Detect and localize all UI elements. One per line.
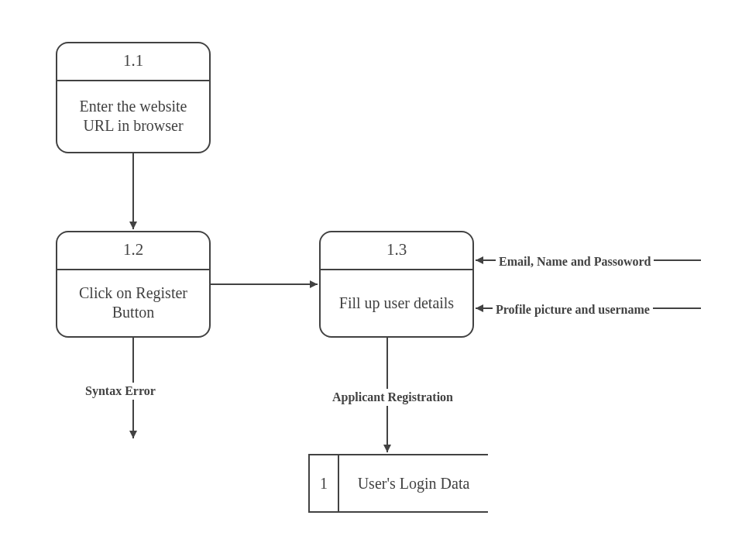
process-node-id: 1.2 [57,232,209,270]
diagram-canvas: 1.1 Enter the website URL in browser 1.2… [0,0,742,560]
datastore-id: 1 [308,455,339,511]
edge-label-syntax-error: Syntax Error [82,383,159,400]
process-node-id: 1.1 [57,43,209,81]
process-node-text: Click on Register Button [57,270,209,337]
process-node-text: Enter the website URL in browser [57,81,209,153]
edge-label-email-name-password: Email, Name and Passoword [496,253,654,270]
process-node-1-1: 1.1 Enter the website URL in browser [56,42,211,153]
datastore-1: 1 User's Login Data [308,454,488,513]
process-node-text: Fill up user details [321,270,472,337]
process-node-1-2: 1.2 Click on Register Button [56,231,211,338]
datastore-text: User's Login Data [339,455,488,511]
process-node-1-3: 1.3 Fill up user details [319,231,474,338]
process-node-id: 1.3 [321,232,472,270]
edge-label-applicant-registration: Applicant Registration [329,389,456,406]
edge-label-profile-username: Profile picture and username [493,301,653,318]
